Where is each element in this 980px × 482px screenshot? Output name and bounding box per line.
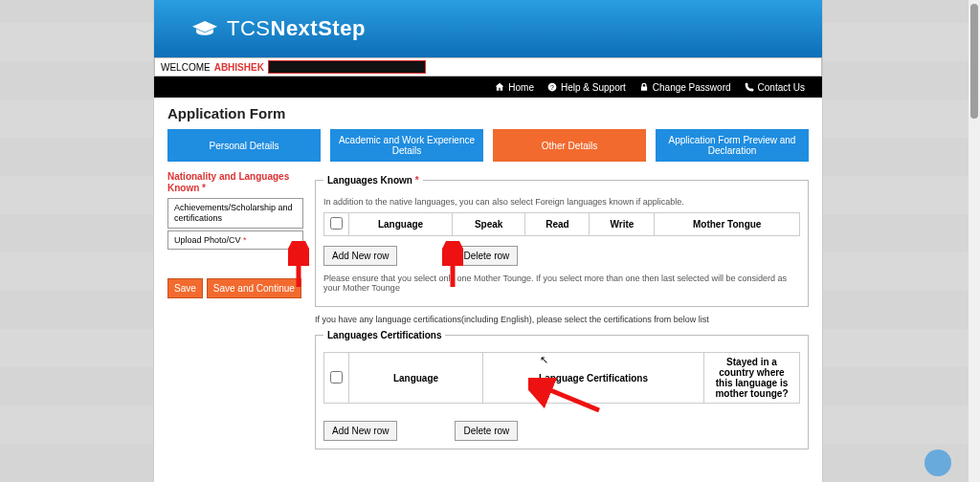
col-language: Language xyxy=(349,213,453,236)
col-cert-name: Language Certifications xyxy=(483,353,704,404)
main-form-panel: Languages Known * In addition to the nat… xyxy=(315,171,809,457)
help-icon: ? xyxy=(547,82,557,92)
scrollbar-thumb[interactable] xyxy=(970,4,978,119)
page-title: Application Form xyxy=(167,105,809,121)
record-badge-icon xyxy=(924,449,951,476)
page-scrollbar[interactable] xyxy=(969,0,980,482)
languages-delete-row-button[interactable]: Delete row xyxy=(455,246,518,266)
top-nav: Home ? Help & Support Change Password Co… xyxy=(154,77,822,98)
brand-title: TCSNextStep xyxy=(227,16,366,41)
col-speak: Speak xyxy=(453,213,525,236)
save-button[interactable]: Save xyxy=(167,278,203,298)
col-mother-tongue: Mother Tongue xyxy=(655,213,800,236)
languages-known-box: Languages Known * In addition to the nat… xyxy=(315,175,809,307)
languages-add-row-button[interactable]: Add New row xyxy=(323,246,397,266)
phone-icon xyxy=(745,82,754,92)
certifications-add-row-button[interactable]: Add New row xyxy=(323,421,397,441)
certifications-intro: If you have any language certifications(… xyxy=(315,315,809,324)
certifications-select-all-checkbox[interactable] xyxy=(330,371,343,383)
languages-select-all-checkbox[interactable] xyxy=(330,217,343,230)
col-cert-language: Language xyxy=(349,353,483,404)
tab-preview-declaration[interactable]: Application Form Preview and Declaration xyxy=(656,129,809,162)
welcome-bar: WELCOME ABHISHEK xyxy=(154,57,822,77)
svg-text:?: ? xyxy=(550,84,554,91)
tab-bar: Personal Details Academic and Work Exper… xyxy=(167,129,809,162)
lock-icon xyxy=(639,82,649,92)
nav-change-password[interactable]: Change Password xyxy=(639,82,731,93)
language-certifications-box: Languages Certifications Language Langua… xyxy=(315,330,809,449)
tab-other-details[interactable]: Other Details xyxy=(493,129,646,162)
sidebar-item-upload-photo-cv[interactable]: Upload Photo/CV * xyxy=(167,230,303,251)
sub-nav-sidebar: Nationality and Languages Known * Achiev… xyxy=(167,171,303,457)
languages-known-legend: Languages Known * xyxy=(323,175,423,186)
home-icon xyxy=(495,82,504,92)
tab-academic-work[interactable]: Academic and Work Experience Details xyxy=(330,129,483,162)
nav-help[interactable]: ? Help & Support xyxy=(547,82,626,93)
mother-tongue-note: Please ensure that you select only one M… xyxy=(323,274,800,293)
col-write: Write xyxy=(590,213,655,236)
language-certifications-legend: Languages Certifications xyxy=(323,330,445,340)
brand-header: TCSNextStep xyxy=(154,0,822,57)
certifications-delete-row-button[interactable]: Delete row xyxy=(455,421,518,441)
languages-known-table: Language Speak Read Write Mother Tongue xyxy=(323,212,800,236)
tab-personal-details[interactable]: Personal Details xyxy=(167,129,321,162)
col-stayed-country: Stayed in a country where this language … xyxy=(704,353,800,404)
nav-home[interactable]: Home xyxy=(495,82,534,93)
save-continue-button[interactable]: Save and Continue xyxy=(207,278,301,298)
languages-known-helper: In addition to the native languages, you… xyxy=(323,197,800,207)
nav-contact[interactable]: Contact Us xyxy=(745,82,805,93)
col-read: Read xyxy=(525,213,590,236)
redacted-name xyxy=(268,60,426,74)
sidebar-item-nationality-languages[interactable]: Nationality and Languages Known * xyxy=(167,171,303,194)
sidebar-item-achievements[interactable]: Achievements/Scholarship and certificati… xyxy=(167,198,303,229)
language-certifications-table: Language Language Certifications Stayed … xyxy=(323,352,800,404)
graduation-cap-icon xyxy=(192,20,217,37)
